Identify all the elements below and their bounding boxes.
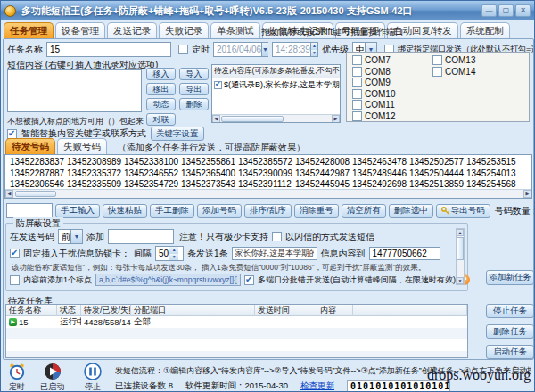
main-tab[interactable]: 系统配制 bbox=[460, 22, 510, 39]
main-tab[interactable]: 设备管理 bbox=[55, 22, 105, 39]
scroll-right-icon[interactable]: ▶ bbox=[332, 115, 340, 123]
timed-checkbox[interactable] bbox=[178, 45, 188, 54]
phone-number[interactable]: 13452308989 bbox=[67, 157, 124, 168]
main-tab[interactable]: 发送记录 bbox=[107, 22, 157, 39]
com-port-option[interactable]: COM11 bbox=[352, 100, 432, 110]
number-toolbar-button[interactable]: 消除重号 bbox=[294, 204, 339, 218]
main-tab[interactable]: 任务管理 bbox=[4, 22, 54, 39]
number-tab[interactable]: 待发号码 bbox=[5, 138, 55, 155]
punctuation-input[interactable] bbox=[95, 274, 241, 286]
checkbox-icon[interactable] bbox=[352, 111, 362, 121]
content-io-button[interactable]: 删除 bbox=[179, 98, 209, 110]
number-toolbar-button[interactable]: 排序/乱序 bbox=[244, 204, 292, 218]
phone-number[interactable]: 13452463478 bbox=[352, 157, 409, 168]
checkbox-icon[interactable] bbox=[432, 55, 442, 65]
task-name-input[interactable] bbox=[46, 42, 171, 57]
spinner-arrows-icon[interactable] bbox=[169, 247, 178, 260]
date-select[interactable]: 2016/04/06 bbox=[213, 42, 268, 57]
alarm-clock-icon[interactable] bbox=[8, 363, 26, 380]
keyword-settings-button[interactable]: 关键字设置 bbox=[151, 127, 204, 141]
checkbox-icon[interactable] bbox=[432, 67, 442, 77]
phone-number[interactable]: 13452365400 bbox=[181, 168, 238, 180]
prefix-add-input[interactable] bbox=[108, 229, 174, 244]
phone-number[interactable]: 1345254013 bbox=[466, 168, 523, 180]
phone-number[interactable]: 13452442987 bbox=[295, 168, 352, 180]
quick-add-input[interactable] bbox=[6, 203, 53, 218]
phone-number[interactable]: 13452489446 bbox=[352, 168, 409, 180]
phone-number[interactable]: 1345254568 bbox=[466, 179, 523, 189]
number-toolbar-button[interactable]: 快速粘贴 bbox=[103, 204, 147, 218]
add-new-task-button[interactable]: 添加新任务 bbox=[486, 270, 534, 285]
content-move-button[interactable]: 对联 bbox=[146, 113, 176, 126]
phone-number[interactable]: 13452504444 bbox=[409, 168, 466, 180]
spinner-arrows-icon[interactable] bbox=[310, 43, 317, 56]
checkbox-icon[interactable] bbox=[352, 67, 362, 77]
checkbox-icon[interactable] bbox=[352, 100, 362, 110]
phone-number[interactable]: 13452335509 bbox=[67, 179, 124, 189]
interval-spinner[interactable]: 50 bbox=[155, 246, 184, 261]
checkbox-icon[interactable] bbox=[352, 89, 362, 99]
position-select[interactable]: 前 bbox=[58, 229, 83, 244]
smart-replace-checkbox[interactable] bbox=[7, 129, 17, 139]
content-move-button[interactable]: 移出 bbox=[146, 83, 176, 95]
phone-number[interactable]: 13452390099 bbox=[238, 168, 295, 180]
phone-number[interactable]: 13452287887 bbox=[10, 168, 67, 180]
scroll-down-icon[interactable]: ▼ bbox=[457, 277, 464, 284]
phone-number[interactable]: 13452306546 bbox=[10, 179, 67, 189]
pending-content-item[interactable]: $(通讯录B),家长你好,这是本学期的教育... bbox=[212, 78, 340, 92]
checkbox-icon[interactable] bbox=[352, 55, 362, 65]
task-action-button[interactable]: 启动任务 bbox=[486, 345, 534, 359]
task-action-button[interactable]: 停止任务 bbox=[486, 304, 534, 318]
com-port-option[interactable]: COM14 bbox=[432, 67, 513, 77]
number-toolbar-button[interactable]: 添加号码 bbox=[197, 204, 242, 218]
content-io-button[interactable]: 导入 bbox=[179, 68, 209, 80]
start-play-icon[interactable] bbox=[44, 363, 62, 380]
multiport-checkbox[interactable] bbox=[244, 275, 254, 285]
scroll-left-icon[interactable]: ◀ bbox=[212, 115, 220, 123]
phone-number[interactable]: 13452391112 bbox=[238, 179, 295, 189]
phone-number[interactable]: 13452283837 bbox=[10, 157, 67, 168]
com-port-option[interactable]: COM12 bbox=[352, 111, 432, 121]
number-toolbar-button[interactable]: 清空所有 bbox=[342, 204, 386, 218]
interfere-checkbox[interactable] bbox=[10, 249, 20, 258]
minimize-icon[interactable]: — bbox=[482, 4, 497, 17]
phone-number[interactable]: 13452385572 bbox=[238, 157, 295, 168]
phone-number[interactable]: 13452355861 bbox=[181, 157, 238, 168]
sms-content-textarea[interactable] bbox=[7, 69, 142, 112]
phone-number[interactable]: 13452492698 bbox=[352, 179, 409, 189]
content-io-button[interactable]: 导出 bbox=[179, 83, 209, 95]
maximize-icon[interactable]: ▢ bbox=[498, 4, 514, 17]
horizontal-scrollbar[interactable]: ◀ ▶ bbox=[212, 114, 340, 122]
chevron-down-icon[interactable] bbox=[261, 43, 268, 56]
scrollbar-thumb[interactable] bbox=[15, 191, 56, 197]
flash-sms-checkbox[interactable] bbox=[272, 232, 282, 241]
phone-number[interactable]: 13452428008 bbox=[295, 157, 352, 168]
table-row[interactable]: 15 运行中 4428/558/14 全部 bbox=[6, 316, 467, 328]
horizontal-scrollbar[interactable]: ◀ ▶ bbox=[5, 189, 531, 198]
checkbox-icon[interactable] bbox=[352, 78, 362, 87]
phone-number[interactable]: 13452346552 bbox=[124, 168, 181, 180]
content-move-button[interactable]: 动态 bbox=[146, 98, 176, 110]
com-port-option[interactable]: COM9 bbox=[352, 78, 432, 87]
com-port-option[interactable]: COM7 bbox=[352, 55, 432, 65]
com-port-option[interactable]: COM10 bbox=[352, 89, 432, 99]
number-toolbar-button[interactable]: 手工输入 bbox=[55, 204, 100, 218]
content-move-button[interactable]: 移入 bbox=[146, 68, 176, 80]
phone-number[interactable]: 13452335372 bbox=[67, 168, 124, 180]
number-toolbar-button[interactable]: 手工删除 bbox=[150, 204, 194, 218]
scroll-up-icon[interactable]: ▲ bbox=[457, 229, 464, 236]
phone-number[interactable]: 13452445945 bbox=[295, 179, 352, 189]
phone-number[interactable]: 13452502577 bbox=[409, 157, 466, 168]
com-port-option[interactable]: COM8 bbox=[352, 67, 432, 77]
item-checkbox[interactable] bbox=[214, 81, 222, 89]
interfere-number-input[interactable] bbox=[369, 247, 440, 260]
phone-number[interactable]: 1345253515 bbox=[466, 157, 523, 168]
time-spinner[interactable]: 14:28:39 bbox=[272, 42, 318, 57]
close-icon[interactable]: ✕ bbox=[515, 4, 531, 17]
scrollbar-thumb[interactable] bbox=[457, 237, 464, 260]
scrollbar-thumb[interactable] bbox=[221, 116, 284, 122]
number-toolbar-button[interactable]: 删除选中 bbox=[389, 204, 433, 218]
phone-number[interactable]: 13452338100 bbox=[124, 157, 181, 168]
chevron-down-icon[interactable] bbox=[70, 230, 82, 243]
phone-number[interactable]: 13452513859 bbox=[409, 179, 466, 189]
